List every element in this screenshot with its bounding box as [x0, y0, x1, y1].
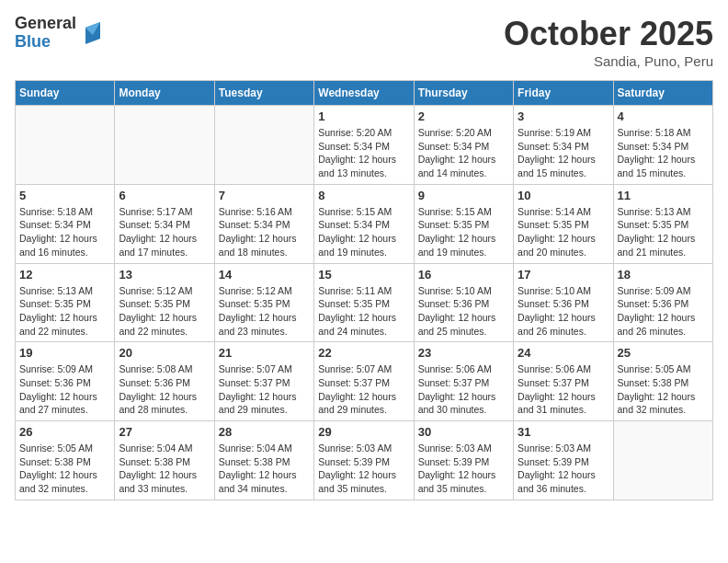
day-info: Sunrise: 5:04 AM Sunset: 5:38 PM Dayligh… — [119, 442, 210, 496]
day-number: 23 — [418, 346, 509, 360]
weekday-header-sunday: Sunday — [16, 81, 115, 106]
day-number: 30 — [418, 425, 509, 439]
logo: General Blue — [15, 15, 108, 52]
day-info: Sunrise: 5:09 AM Sunset: 5:36 PM Dayligh… — [19, 362, 110, 417]
calendar-cell — [214, 106, 313, 185]
calendar-week-4: 19Sunrise: 5:09 AM Sunset: 5:36 PM Dayli… — [16, 342, 713, 421]
day-number: 22 — [318, 346, 409, 360]
day-number: 26 — [19, 425, 110, 439]
day-number: 17 — [518, 268, 609, 282]
month-title: October 2025 — [504, 15, 713, 53]
day-info: Sunrise: 5:09 AM Sunset: 5:36 PM Dayligh… — [618, 284, 709, 339]
calendar-cell: 28Sunrise: 5:04 AM Sunset: 5:38 PM Dayli… — [214, 421, 313, 500]
day-info: Sunrise: 5:06 AM Sunset: 5:37 PM Dayligh… — [518, 362, 609, 417]
logo-blue-text: Blue — [15, 33, 76, 52]
calendar-cell: 1Sunrise: 5:20 AM Sunset: 5:34 PM Daylig… — [314, 106, 414, 185]
calendar-cell: 4Sunrise: 5:18 AM Sunset: 5:34 PM Daylig… — [613, 106, 712, 185]
day-number: 3 — [518, 109, 609, 123]
calendar-cell: 25Sunrise: 5:05 AM Sunset: 5:38 PM Dayli… — [613, 342, 712, 421]
calendar-cell: 6Sunrise: 5:17 AM Sunset: 5:34 PM Daylig… — [115, 184, 214, 263]
calendar-week-5: 26Sunrise: 5:05 AM Sunset: 5:38 PM Dayli… — [16, 421, 713, 500]
calendar-cell — [613, 421, 712, 500]
day-number: 21 — [219, 346, 310, 360]
calendar-cell: 8Sunrise: 5:15 AM Sunset: 5:34 PM Daylig… — [314, 184, 414, 263]
day-info: Sunrise: 5:18 AM Sunset: 5:34 PM Dayligh… — [19, 205, 110, 259]
day-info: Sunrise: 5:20 AM Sunset: 5:34 PM Dayligh… — [418, 126, 509, 180]
day-number: 20 — [119, 346, 210, 360]
calendar-cell: 26Sunrise: 5:05 AM Sunset: 5:38 PM Dayli… — [16, 421, 115, 500]
calendar-cell: 21Sunrise: 5:07 AM Sunset: 5:37 PM Dayli… — [214, 342, 313, 421]
calendar-cell: 29Sunrise: 5:03 AM Sunset: 5:39 PM Dayli… — [314, 421, 414, 500]
day-info: Sunrise: 5:18 AM Sunset: 5:34 PM Dayligh… — [618, 126, 709, 180]
logo-general-text: General — [15, 15, 76, 33]
calendar-cell: 16Sunrise: 5:10 AM Sunset: 5:36 PM Dayli… — [414, 263, 513, 342]
weekday-header-monday: Monday — [115, 81, 214, 106]
day-info: Sunrise: 5:05 AM Sunset: 5:38 PM Dayligh… — [19, 442, 110, 496]
logo-text: General Blue — [15, 15, 108, 52]
day-info: Sunrise: 5:14 AM Sunset: 5:35 PM Dayligh… — [518, 205, 609, 259]
day-number: 25 — [618, 346, 709, 360]
calendar-cell: 14Sunrise: 5:12 AM Sunset: 5:35 PM Dayli… — [214, 263, 313, 342]
calendar-cell: 30Sunrise: 5:03 AM Sunset: 5:39 PM Dayli… — [414, 421, 513, 500]
day-number: 1 — [318, 109, 409, 123]
weekday-header-saturday: Saturday — [613, 81, 712, 106]
day-info: Sunrise: 5:10 AM Sunset: 5:36 PM Dayligh… — [418, 284, 509, 339]
calendar-cell: 5Sunrise: 5:18 AM Sunset: 5:34 PM Daylig… — [16, 184, 115, 263]
page-header: General Blue October 2025 Sandia, Puno, … — [15, 15, 713, 69]
calendar-cell — [115, 106, 214, 185]
calendar-cell: 13Sunrise: 5:12 AM Sunset: 5:35 PM Dayli… — [115, 263, 214, 342]
calendar-cell: 18Sunrise: 5:09 AM Sunset: 5:36 PM Dayli… — [613, 263, 712, 342]
calendar-header-row: SundayMondayTuesdayWednesdayThursdayFrid… — [16, 81, 713, 106]
day-info: Sunrise: 5:05 AM Sunset: 5:38 PM Dayligh… — [618, 362, 709, 417]
calendar-cell: 27Sunrise: 5:04 AM Sunset: 5:38 PM Dayli… — [115, 421, 214, 500]
calendar-cell: 24Sunrise: 5:06 AM Sunset: 5:37 PM Dayli… — [514, 342, 613, 421]
calendar-table: SundayMondayTuesdayWednesdayThursdayFrid… — [15, 80, 713, 500]
calendar-cell: 19Sunrise: 5:09 AM Sunset: 5:36 PM Dayli… — [16, 342, 115, 421]
weekday-header-wednesday: Wednesday — [314, 81, 414, 106]
calendar-cell: 20Sunrise: 5:08 AM Sunset: 5:36 PM Dayli… — [115, 342, 214, 421]
day-number: 8 — [318, 189, 409, 202]
day-info: Sunrise: 5:19 AM Sunset: 5:34 PM Dayligh… — [518, 126, 609, 180]
calendar-cell — [16, 106, 115, 185]
day-number: 14 — [219, 268, 310, 282]
calendar-cell: 12Sunrise: 5:13 AM Sunset: 5:35 PM Dayli… — [16, 263, 115, 342]
weekday-header-thursday: Thursday — [414, 81, 513, 106]
day-number: 24 — [518, 346, 609, 360]
day-info: Sunrise: 5:15 AM Sunset: 5:35 PM Dayligh… — [418, 205, 509, 259]
day-number: 13 — [119, 268, 210, 282]
day-number: 12 — [19, 268, 110, 282]
day-number: 11 — [618, 189, 709, 202]
day-info: Sunrise: 5:11 AM Sunset: 5:35 PM Dayligh… — [318, 284, 409, 339]
day-info: Sunrise: 5:12 AM Sunset: 5:35 PM Dayligh… — [219, 284, 310, 339]
day-info: Sunrise: 5:10 AM Sunset: 5:36 PM Dayligh… — [518, 284, 609, 339]
day-info: Sunrise: 5:03 AM Sunset: 5:39 PM Dayligh… — [518, 442, 609, 496]
day-info: Sunrise: 5:08 AM Sunset: 5:36 PM Dayligh… — [119, 362, 210, 417]
calendar-cell: 3Sunrise: 5:19 AM Sunset: 5:34 PM Daylig… — [514, 106, 613, 185]
day-number: 27 — [119, 425, 210, 439]
calendar-cell: 15Sunrise: 5:11 AM Sunset: 5:35 PM Dayli… — [314, 263, 414, 342]
calendar-week-1: 1Sunrise: 5:20 AM Sunset: 5:34 PM Daylig… — [16, 106, 713, 185]
calendar-cell: 9Sunrise: 5:15 AM Sunset: 5:35 PM Daylig… — [414, 184, 513, 263]
day-info: Sunrise: 5:15 AM Sunset: 5:34 PM Dayligh… — [318, 205, 409, 259]
day-info: Sunrise: 5:03 AM Sunset: 5:39 PM Dayligh… — [318, 442, 409, 496]
calendar-cell: 17Sunrise: 5:10 AM Sunset: 5:36 PM Dayli… — [514, 263, 613, 342]
day-number: 31 — [518, 425, 609, 439]
day-number: 4 — [618, 109, 709, 123]
day-info: Sunrise: 5:17 AM Sunset: 5:34 PM Dayligh… — [119, 205, 210, 259]
title-block: October 2025 Sandia, Puno, Peru — [504, 15, 713, 69]
day-number: 19 — [19, 346, 110, 360]
calendar-cell: 31Sunrise: 5:03 AM Sunset: 5:39 PM Dayli… — [514, 421, 613, 500]
day-number: 18 — [618, 268, 709, 282]
calendar-cell: 11Sunrise: 5:13 AM Sunset: 5:35 PM Dayli… — [613, 184, 712, 263]
day-info: Sunrise: 5:16 AM Sunset: 5:34 PM Dayligh… — [219, 205, 310, 259]
day-number: 5 — [19, 189, 110, 202]
weekday-header-tuesday: Tuesday — [214, 81, 313, 106]
day-info: Sunrise: 5:07 AM Sunset: 5:37 PM Dayligh… — [318, 362, 409, 417]
calendar-cell: 2Sunrise: 5:20 AM Sunset: 5:34 PM Daylig… — [414, 106, 513, 185]
day-info: Sunrise: 5:07 AM Sunset: 5:37 PM Dayligh… — [219, 362, 310, 417]
day-number: 16 — [418, 268, 509, 282]
logo-icon — [78, 18, 108, 48]
day-number: 7 — [219, 189, 310, 202]
day-info: Sunrise: 5:12 AM Sunset: 5:35 PM Dayligh… — [119, 284, 210, 339]
calendar-cell: 22Sunrise: 5:07 AM Sunset: 5:37 PM Dayli… — [314, 342, 414, 421]
